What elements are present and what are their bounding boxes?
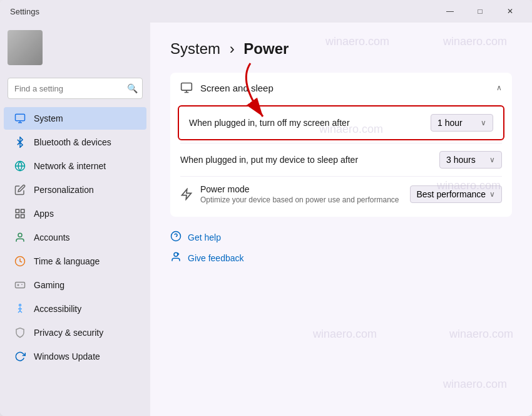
sidebar-item-gaming-label: Gaming: [34, 280, 64, 290]
svg-rect-8: [16, 283, 25, 288]
sidebar-item-accounts-label: Accounts: [34, 232, 70, 242]
privacy-icon: [14, 326, 26, 339]
sidebar-item-system[interactable]: System: [4, 107, 146, 130]
svg-marker-12: [182, 189, 192, 200]
bluetooth-icon: [14, 136, 26, 148]
network-icon: [14, 160, 26, 172]
sidebar-item-time-label: Time & language: [34, 256, 100, 266]
main-layout: 🔍 System Bluetooth & devices Network: [0, 23, 532, 416]
dropdown-chevron-power: ∨: [489, 190, 495, 199]
screen-off-highlight: When plugged in, turn off my screen afte…: [178, 105, 504, 140]
breadcrumb-page: Power: [243, 40, 289, 57]
sleep-value: 3 hours: [446, 155, 476, 165]
svg-rect-5: [21, 215, 24, 218]
sidebar: 🔍 System Bluetooth & devices Network: [0, 23, 150, 416]
sidebar-item-system-label: System: [34, 113, 63, 123]
screen-off-value: 1 hour: [437, 118, 463, 128]
screen-sleep-header[interactable]: Screen and sleep ∧: [170, 73, 512, 103]
give-feedback-icon: [170, 251, 182, 264]
breadcrumb: System › Power: [170, 40, 512, 58]
svg-rect-2: [16, 209, 19, 212]
search-icon: 🔍: [127, 83, 138, 93]
screen-sleep-icon: [180, 81, 193, 94]
svg-point-9: [19, 304, 21, 306]
breadcrumb-system: System: [170, 40, 220, 57]
get-help-label: Get help: [188, 232, 221, 242]
settings-window: Settings — □ ✕ 🔍 System: [0, 0, 532, 416]
title-bar-controls: — □ ✕: [436, 1, 524, 21]
svg-rect-0: [16, 114, 25, 121]
section-body: When plugged in, turn off my screen afte…: [170, 105, 512, 217]
screen-off-dropdown[interactable]: 1 hour ∨: [431, 114, 493, 132]
watermark-5: winaero.com: [443, 378, 507, 391]
breadcrumb-separator: ›: [230, 40, 235, 57]
give-feedback-link[interactable]: Give feedback: [170, 247, 512, 268]
power-mode-value: Best performance: [417, 189, 486, 199]
section-collapse-icon: ∧: [496, 83, 502, 92]
sidebar-item-accessibility[interactable]: Accessibility: [4, 298, 146, 320]
sleep-dropdown[interactable]: 3 hours ∨: [439, 151, 502, 169]
sidebar-item-accessibility-label: Accessibility: [34, 304, 81, 314]
sidebar-item-gaming[interactable]: Gaming: [4, 274, 146, 296]
title-bar: Settings — □ ✕: [0, 0, 532, 23]
power-mode-row: Power mode Optimize your device based on…: [180, 176, 502, 212]
sidebar-item-bluetooth[interactable]: Bluetooth & devices: [4, 131, 146, 153]
sidebar-item-personalization[interactable]: Personalization: [4, 179, 146, 201]
screen-off-row: When plugged in, turn off my screen afte…: [182, 109, 501, 137]
power-mode-title: Power mode: [200, 184, 399, 194]
sidebar-item-privacy-label: Privacy & security: [34, 328, 103, 338]
sidebar-item-apps-label: Apps: [34, 209, 54, 219]
search-input[interactable]: [8, 78, 143, 99]
accounts-icon: [14, 231, 26, 244]
sidebar-item-time[interactable]: Time & language: [4, 250, 146, 273]
watermark-4: winaero.com: [313, 328, 377, 341]
power-mode-subtitle: Optimize your device based on power use …: [200, 195, 399, 204]
personalization-icon: [14, 184, 26, 196]
get-help-icon: [170, 231, 182, 244]
power-mode-icon: [180, 188, 193, 200]
avatar: [8, 30, 43, 65]
system-icon: [14, 112, 26, 125]
apps-icon: [14, 207, 26, 220]
give-feedback-label: Give feedback: [188, 253, 244, 263]
sidebar-item-bluetooth-label: Bluetooth & devices: [34, 137, 111, 147]
title-bar-left: Settings: [10, 7, 39, 16]
accessibility-icon: [14, 303, 26, 315]
section-header-left: Screen and sleep: [180, 81, 274, 94]
sidebar-item-windows-update[interactable]: Windows Update: [4, 345, 146, 368]
power-mode-text: Power mode Optimize your device based on…: [200, 184, 399, 204]
svg-rect-4: [16, 215, 19, 218]
sidebar-item-privacy[interactable]: Privacy & security: [4, 321, 146, 344]
svg-rect-11: [182, 83, 192, 91]
power-mode-dropdown[interactable]: Best performance ∨: [410, 185, 503, 203]
sleep-row: When plugged in, put my device to sleep …: [180, 143, 502, 176]
get-help-link[interactable]: Get help: [170, 227, 512, 247]
windows-update-icon: [14, 350, 26, 363]
sleep-label: When plugged in, put my device to sleep …: [180, 155, 358, 165]
search-container: 🔍: [8, 78, 143, 99]
power-mode-left: Power mode Optimize your device based on…: [180, 184, 399, 204]
sidebar-item-personalization-label: Personalization: [34, 185, 94, 195]
maximize-button[interactable]: □: [466, 1, 494, 21]
screen-off-label: When plugged in, turn off my screen afte…: [189, 118, 350, 128]
svg-point-6: [18, 233, 22, 237]
watermark-3: winaero.com: [449, 328, 513, 341]
sidebar-item-network[interactable]: Network & internet: [4, 155, 146, 177]
sidebar-item-accounts[interactable]: Accounts: [4, 226, 146, 249]
close-button[interactable]: ✕: [496, 1, 524, 21]
screen-sleep-title: Screen and sleep: [200, 83, 274, 93]
gaming-icon: [14, 279, 26, 291]
screen-sleep-section: Screen and sleep ∧ When plugged in, turn…: [170, 73, 512, 217]
sidebar-item-apps[interactable]: Apps: [4, 202, 146, 225]
sidebar-item-network-label: Network & internet: [34, 161, 106, 171]
sidebar-item-windows-update-label: Windows Update: [34, 351, 100, 361]
help-section: Get help Give feedback: [170, 227, 512, 268]
time-icon: [14, 255, 26, 268]
window-title: Settings: [10, 7, 39, 16]
dropdown-chevron-screen: ∨: [481, 118, 486, 127]
content-area: winaero.com winaero.com winaero.com wina…: [150, 23, 532, 416]
svg-rect-3: [21, 209, 24, 212]
dropdown-chevron-sleep: ∨: [489, 155, 495, 164]
minimize-button[interactable]: —: [436, 1, 464, 21]
